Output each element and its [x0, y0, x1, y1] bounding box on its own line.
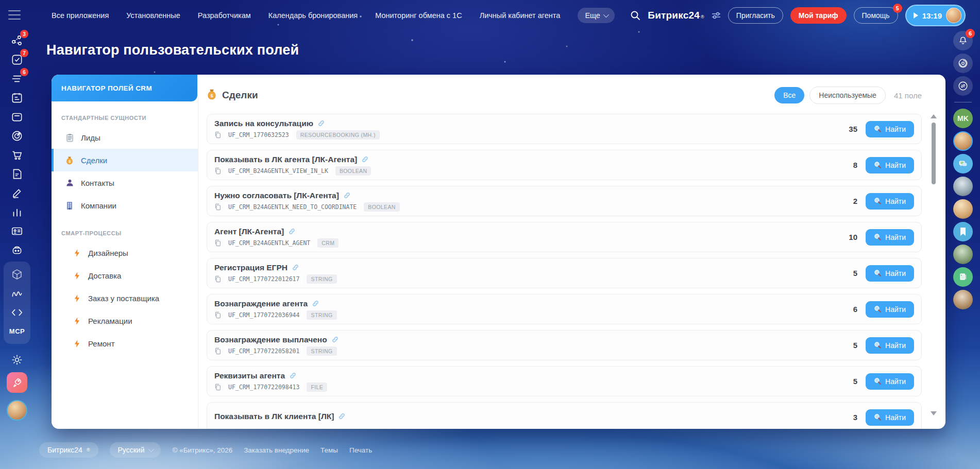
- field-name[interactable]: Показывать в ЛК клиента [ЛК]: [214, 412, 334, 421]
- rocket-launcher-icon[interactable]: [7, 372, 27, 393]
- chat-avatar-2[interactable]: [953, 177, 973, 196]
- smart-item-supplier-order[interactable]: Заказ у поставщика: [52, 287, 198, 309]
- find-button[interactable]: Найти: [866, 265, 914, 282]
- chat-avatar-mk[interactable]: MK: [953, 109, 973, 128]
- contact-card-icon[interactable]: [7, 221, 27, 240]
- field-code[interactable]: UF_CRM_B24AGENTLK_NEED_TO_COORDINATE: [225, 202, 360, 212]
- field-name[interactable]: Нужно согласовать [ЛК-Агента]: [214, 191, 339, 200]
- menu-1c-exchange[interactable]: Мониторинг обмена с 1С: [375, 11, 462, 20]
- menu-more-button[interactable]: Еще: [578, 8, 615, 23]
- find-button[interactable]: Найти: [866, 157, 914, 173]
- crm-target-icon[interactable]: [7, 126, 27, 145]
- field-name[interactable]: Вознаграждение выплачено: [214, 335, 327, 344]
- code-icon[interactable]: [7, 303, 27, 322]
- footer-link-print[interactable]: Печать: [349, 446, 372, 454]
- footer-brand[interactable]: Битрикс24®: [39, 442, 98, 458]
- link-icon[interactable]: [288, 228, 296, 235]
- menu-developers[interactable]: Разработчикам: [198, 11, 251, 20]
- copy-icon[interactable]: [214, 239, 221, 247]
- copy-icon[interactable]: [214, 384, 221, 391]
- field-name[interactable]: Агент [ЛК-Агента]: [214, 227, 284, 236]
- calendar-icon[interactable]: [7, 88, 27, 107]
- tasks-icon[interactable]: 7: [7, 50, 27, 69]
- sliders-icon[interactable]: [712, 11, 721, 20]
- copy-icon[interactable]: [214, 167, 221, 175]
- smart-item-repair[interactable]: Ремонт: [52, 332, 198, 355]
- hamburger-menu-icon[interactable]: [8, 10, 21, 20]
- network-icon[interactable]: 3: [7, 31, 27, 50]
- chat-avatar-5[interactable]: [953, 290, 973, 309]
- link-icon[interactable]: [343, 192, 351, 199]
- filter-all-button[interactable]: Все: [774, 87, 804, 103]
- chat-transfer-icon[interactable]: [953, 76, 973, 96]
- entity-item-companies[interactable]: Компании: [52, 194, 198, 217]
- time-tracker-widget[interactable]: 13:19: [905, 5, 966, 26]
- copy-icon[interactable]: [214, 131, 221, 138]
- shop-cart-icon[interactable]: [7, 145, 27, 164]
- field-code[interactable]: UF_CRM_1770722036944: [225, 310, 302, 320]
- list-scrollbar[interactable]: [930, 114, 937, 425]
- find-button[interactable]: Найти: [866, 193, 914, 210]
- link-icon[interactable]: [338, 412, 346, 420]
- chat-avatar-4[interactable]: [953, 245, 973, 264]
- field-name[interactable]: Запись на консультацию: [214, 119, 313, 128]
- smart-item-delivery[interactable]: Доставка: [52, 264, 198, 287]
- field-code[interactable]: UF_CRM_B24AGENTLK_AGENT: [225, 238, 313, 248]
- chat-avatar-1[interactable]: [953, 131, 973, 151]
- field-name[interactable]: Регистрация ЕГРН: [214, 263, 288, 272]
- language-selector[interactable]: Русский: [110, 442, 161, 458]
- scroll-down-arrow[interactable]: [931, 411, 937, 415]
- smart-item-designers[interactable]: Дизайнеры: [52, 241, 198, 264]
- copy-icon[interactable]: [214, 311, 221, 319]
- find-button[interactable]: Найти: [866, 337, 914, 354]
- bi-chart-icon[interactable]: [7, 202, 27, 221]
- my-plan-button[interactable]: Мой тариф: [790, 7, 847, 24]
- copy-icon[interactable]: [214, 348, 221, 355]
- field-code[interactable]: UF_CRM_1770632523: [225, 130, 292, 140]
- field-code[interactable]: UF_CRM_1770722058201: [225, 346, 302, 356]
- copy-icon[interactable]: [214, 275, 221, 283]
- help-button[interactable]: Помощь: [854, 7, 898, 24]
- notifications-bell-icon[interactable]: 6: [953, 31, 973, 50]
- entity-item-contacts[interactable]: Контакты: [52, 171, 198, 194]
- field-code[interactable]: UF_CRM_1770722012617: [225, 274, 302, 284]
- menu-booking-calendar[interactable]: Календарь бронирования: [268, 11, 358, 20]
- find-button[interactable]: Найти: [866, 121, 914, 137]
- bottom-user-avatar[interactable]: [7, 400, 27, 421]
- link-icon[interactable]: [331, 336, 339, 343]
- field-name[interactable]: Показывать в ЛК агента [ЛК-Агента]: [214, 155, 357, 164]
- find-button[interactable]: Найти: [866, 301, 914, 318]
- notes-chat-icon[interactable]: [953, 267, 973, 287]
- search-icon[interactable]: [630, 10, 640, 21]
- ai-bot-icon[interactable]: [7, 240, 27, 259]
- scroll-up-arrow[interactable]: [931, 114, 937, 118]
- scrollbar-thumb[interactable]: [932, 123, 936, 184]
- sign-pen-icon[interactable]: [7, 183, 27, 202]
- link-icon[interactable]: [289, 372, 297, 379]
- filter-unused-button[interactable]: Неиспользуемые: [809, 86, 886, 104]
- link-icon[interactable]: [361, 155, 369, 163]
- market-wave-icon[interactable]: [7, 284, 27, 303]
- copilot-icon[interactable]: [953, 54, 973, 73]
- find-button[interactable]: Найти: [866, 373, 914, 390]
- group-chat-icon[interactable]: [953, 154, 973, 173]
- link-icon[interactable]: [312, 300, 319, 307]
- field-code[interactable]: UF_CRM_B24AGENTLK_VIEW_IN_LK: [225, 166, 331, 176]
- field-code[interactable]: UF_CRM_1770722098413: [225, 383, 302, 392]
- feed-icon[interactable]: 6: [7, 69, 27, 88]
- footer-link-implementation[interactable]: Заказать внедрение: [244, 446, 309, 454]
- menu-installed[interactable]: Установленные: [126, 11, 180, 20]
- smart-item-claims[interactable]: Рекламации: [52, 309, 198, 332]
- drive-icon[interactable]: [7, 107, 27, 126]
- copy-icon[interactable]: [214, 203, 221, 211]
- menu-all-apps[interactable]: Все приложения: [52, 11, 109, 20]
- menu-agent-cabinet[interactable]: Личный кабинет агента: [480, 11, 561, 20]
- saved-messages-bookmark-icon[interactable]: [953, 222, 973, 241]
- find-button[interactable]: Найти: [866, 409, 914, 426]
- link-icon[interactable]: [292, 264, 299, 271]
- invite-button[interactable]: Пригласить: [728, 7, 783, 24]
- field-name[interactable]: Реквизиты агента: [214, 371, 285, 380]
- footer-link-themes[interactable]: Темы: [320, 446, 338, 454]
- mcp-item[interactable]: MCP: [7, 322, 27, 341]
- settings-gear-icon[interactable]: [7, 350, 27, 369]
